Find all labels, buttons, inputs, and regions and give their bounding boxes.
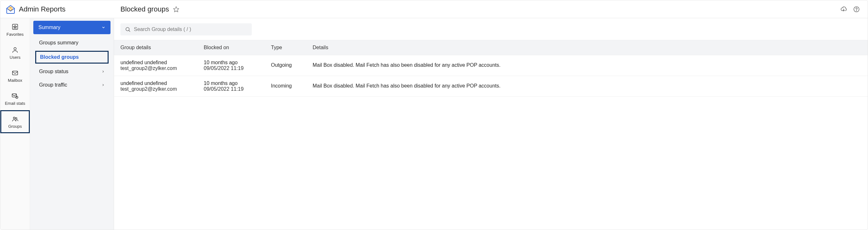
svg-point-3 (856, 10, 857, 11)
search-input[interactable] (134, 27, 247, 32)
rail-item-mailbox[interactable]: Mailbox (0, 64, 30, 87)
search-wrap (114, 23, 868, 40)
sidebar-item-label: Group traffic (39, 82, 67, 88)
group-name: undefined undefined (120, 60, 191, 66)
svg-marker-1 (173, 6, 179, 12)
svg-marker-5 (13, 25, 17, 29)
group-name: undefined undefined (120, 80, 191, 86)
svg-point-11 (16, 117, 17, 119)
blocked-timestamp: 09/05/2022 11:19 (204, 86, 258, 92)
mail-icon (11, 69, 19, 77)
cell-details: Mail Box disabled. Mail Fetch has also b… (306, 76, 868, 97)
col-group-details: Group details (114, 40, 197, 55)
blocked-timestamp: 09/05/2022 11:19 (204, 66, 258, 71)
cell-blocked-on: 10 months ago 09/05/2022 11:19 (197, 76, 265, 97)
table-header: Group details Blocked on Type Details (114, 40, 868, 55)
sidebar-sublist: Groups summary Blocked groups Group stat… (33, 34, 111, 93)
main-content: Group details Blocked on Type Details un… (114, 18, 868, 230)
table-row[interactable]: undefined undefined test_group2@zylker.c… (114, 55, 868, 76)
cell-group: undefined undefined test_group2@zylker.c… (114, 55, 197, 76)
user-icon (11, 46, 19, 54)
mail-clock-icon (11, 92, 19, 100)
rail-label: Email stats (5, 101, 25, 106)
cloud-download-icon[interactable] (840, 6, 847, 13)
cell-type: Outgoing (265, 55, 306, 76)
cell-type: Incoming (265, 76, 306, 97)
sidebar-item-label: Groups summary (39, 40, 79, 46)
col-type: Type (265, 40, 306, 55)
star-icon[interactable] (173, 6, 179, 12)
rail-item-favorites[interactable]: Favorites (0, 18, 30, 41)
sidebar-item-group-traffic[interactable]: Group traffic (33, 78, 111, 92)
rail-label: Groups (8, 124, 22, 129)
svg-point-10 (13, 117, 16, 119)
sidebar-item-group-status[interactable]: Group status (33, 65, 111, 78)
sidebar: Summary Groups summary Blocked groups Gr… (30, 18, 114, 230)
svg-point-6 (14, 47, 16, 49)
header-brand: Admin Reports (0, 4, 114, 14)
col-blocked-on: Blocked on (197, 40, 265, 55)
svg-rect-7 (12, 71, 18, 75)
sidebar-section-label: Summary (38, 25, 60, 30)
header-actions (840, 6, 868, 13)
rail-label: Mailbox (8, 78, 23, 83)
rail-item-email-stats[interactable]: Email stats (0, 87, 30, 110)
sidebar-section-summary[interactable]: Summary (33, 21, 111, 34)
groups-icon (11, 115, 19, 123)
results-table: Group details Blocked on Type Details un… (114, 40, 868, 97)
rail-label: Favorites (6, 32, 23, 37)
rail-label: Users (10, 55, 21, 60)
sidebar-item-groups-summary[interactable]: Groups summary (33, 36, 111, 49)
table-row[interactable]: undefined undefined test_group2@zylker.c… (114, 76, 868, 97)
star-badge-icon (11, 23, 19, 31)
app-logo-icon (5, 4, 16, 14)
group-email: test_group2@zylker.com (120, 86, 191, 92)
chevron-right-icon (101, 69, 105, 74)
app-shell: Admin Reports Blocked groups Favorit (0, 0, 868, 230)
sidebar-item-blocked-groups[interactable]: Blocked groups (35, 51, 108, 64)
col-details: Details (306, 40, 868, 55)
chevron-down-icon (101, 26, 105, 29)
search-icon (125, 27, 131, 32)
cell-details: Mail Box disabled. Mail Fetch has also b… (306, 55, 868, 76)
blocked-relative: 10 months ago (204, 80, 258, 86)
page-title-wrap: Blocked groups (114, 5, 840, 13)
app-title: Admin Reports (19, 5, 66, 13)
rail-item-users[interactable]: Users (0, 41, 30, 64)
blocked-relative: 10 months ago (204, 60, 258, 66)
search-box[interactable] (120, 23, 252, 35)
body-row: Favorites Users Mailbox Email stats (0, 18, 868, 230)
group-email: test_group2@zylker.com (120, 66, 191, 71)
nav-rail: Favorites Users Mailbox Email stats (0, 18, 30, 230)
sidebar-item-label: Blocked groups (40, 54, 79, 60)
rail-item-groups[interactable]: Groups (0, 110, 30, 133)
cell-blocked-on: 10 months ago 09/05/2022 11:19 (197, 55, 265, 76)
cell-group: undefined undefined test_group2@zylker.c… (114, 76, 197, 97)
page-title: Blocked groups (120, 5, 169, 13)
chevron-right-icon (101, 83, 105, 87)
svg-line-13 (129, 30, 130, 32)
global-header: Admin Reports Blocked groups (0, 0, 868, 18)
sidebar-item-label: Group status (39, 69, 68, 74)
help-icon[interactable] (853, 6, 860, 13)
